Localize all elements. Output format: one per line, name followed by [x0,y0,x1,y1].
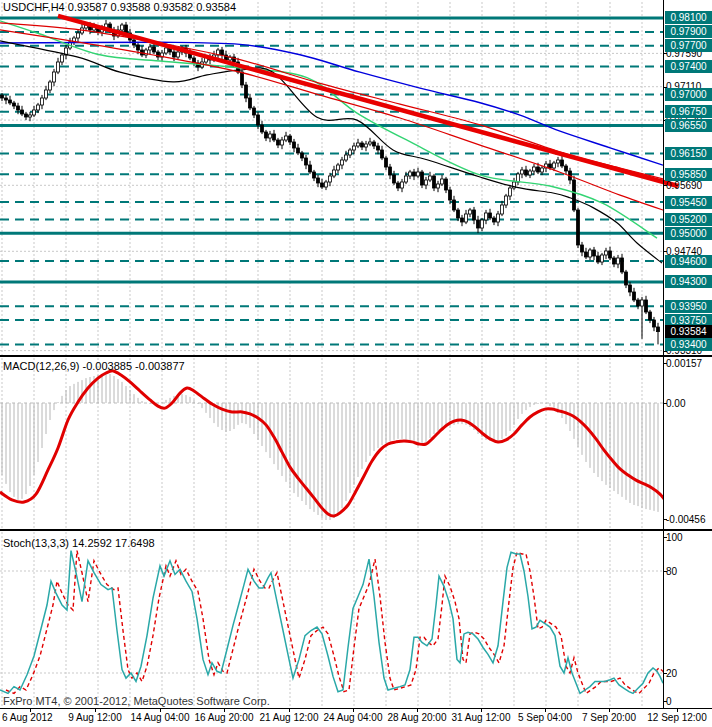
candle-body [641,300,644,306]
stoch-signal-line [6,551,669,694]
candle-body [305,158,308,165]
candle-body [349,150,352,155]
stochastic-panel[interactable] [0,531,712,708]
candle-body [313,172,316,178]
candle-body [505,196,508,205]
candle-body [625,272,628,285]
candle-body [529,171,532,175]
candle-body [33,110,36,115]
candle-body [485,213,488,220]
price-level-chip: 0.96750 [665,105,712,118]
candle-body [425,180,428,185]
candle-body [493,218,496,222]
candle-body [249,98,252,108]
candle-body [173,52,176,57]
candle-body [37,105,40,110]
candle-body [25,114,28,117]
candle-body [17,106,20,110]
candle-body [1,95,4,98]
macd-axis-label: 0.00157 [666,357,702,370]
candle-body [301,153,304,158]
candle-body [621,258,624,272]
candle-body [321,183,324,187]
candle-body [429,176,432,180]
candle-body [277,140,280,145]
time-axis-label: 16 Aug 20:00 [195,712,254,723]
symbol-timeframe: USDCHF,H4 [3,1,65,13]
candle-body [57,62,60,72]
candle-body [473,210,476,220]
panel-separator[interactable] [0,529,712,531]
candle-body [5,98,8,100]
candle-body [509,188,512,196]
candle-body [637,300,640,306]
macd-panel[interactable] [0,357,712,529]
candle-body [333,170,336,176]
trendline [58,16,678,186]
candle-body [437,184,440,188]
candle-body [165,48,168,53]
candle-body [461,218,464,222]
candle-body [9,100,12,103]
stoch-axis-label: 20 [666,667,677,680]
time-axis-label: 28 Aug 20:00 [388,712,447,723]
price-level-chip: 0.96550 [665,119,712,132]
price-level-chip: 0.97900 [665,25,712,38]
macd-axis-label: 0.00 [666,397,685,410]
candle-body [353,146,356,150]
candle-body [29,115,32,117]
candle-body [617,258,620,264]
price-level-chip: 0.96150 [665,147,712,160]
stoch-axis-label: 0 [666,695,672,708]
candle-body [273,134,276,140]
candle-body [421,172,424,185]
time-axis-label: 9 Aug 12:00 [68,712,121,723]
candle-body [533,167,536,171]
candle-body [377,146,380,150]
mt4-chart-window: USDCHF,H4 0.93587 0.93588 0.93582 0.9358… [0,0,712,727]
main-price-chart[interactable] [0,0,712,355]
broker-watermark: FxPro MT4, © 2001-2012, MetaQuotes Softw… [3,695,270,707]
macd-signal-line [0,371,672,516]
panel-separator[interactable] [0,708,712,709]
candle-body [381,150,384,158]
candle-body [401,182,404,188]
candle-body [573,180,576,210]
candle-body [121,25,124,30]
candle-body [645,300,648,312]
candle-body [593,250,596,256]
candle-body [441,179,444,184]
price-level-chip: 0.94300 [665,275,712,288]
candle-body [245,85,248,98]
candle-body [281,140,284,145]
candle-body [553,163,556,168]
candle-body [613,258,616,264]
price-level-chip: 0.93400 [665,338,712,351]
candle-body [601,255,604,262]
stoch-axis-label: 80 [666,565,677,578]
candle-body [177,52,180,57]
candle-body [549,164,552,168]
stoch-axis-label: 100 [666,531,683,544]
stoch-indicator-label: Stoch(13,3,3) 14.2592 17.6498 [3,537,155,549]
candle-body [589,250,592,257]
candle-body [561,160,564,166]
candle-body [525,170,528,175]
candle-body [329,176,332,182]
candle-body [649,312,652,320]
candle-body [77,33,80,38]
time-axis-label: 7 Sep 20:00 [582,712,636,723]
candle-body [413,172,416,176]
time-axis-label: 6 Aug 2012 [2,712,53,723]
price-level-chip: 0.97000 [665,88,712,101]
candle-body [373,142,376,146]
candle-body [137,45,140,50]
panel-separator[interactable] [0,355,712,357]
candle-body [393,175,396,183]
candle-body [537,167,540,172]
candle-body [45,90,48,98]
candle-body [657,327,660,332]
candle-body [289,136,292,142]
price-level-chip: 0.95850 [665,168,712,181]
candle-body [285,136,288,140]
